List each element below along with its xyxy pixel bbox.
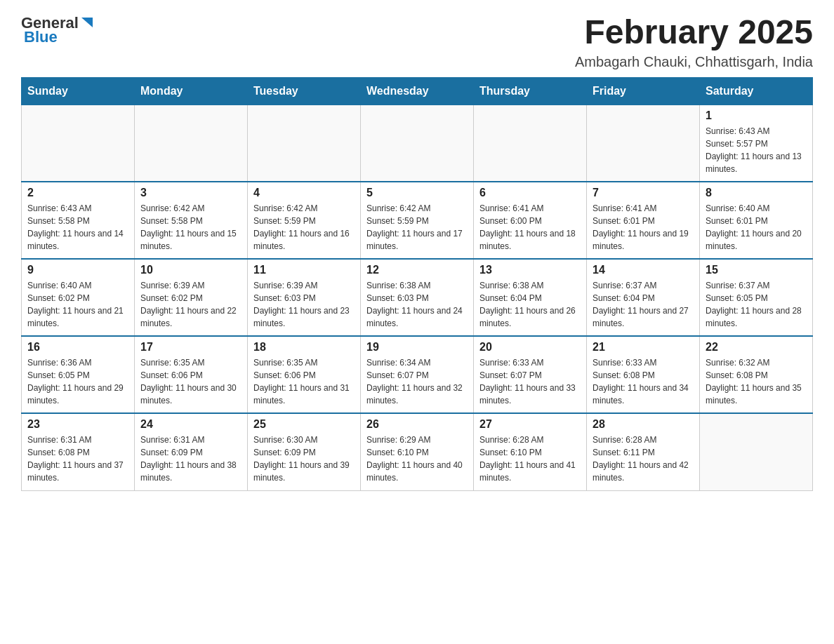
day-number: 3 — [140, 187, 241, 199]
weekday-header-saturday: Saturday — [700, 77, 813, 105]
weekday-header-row: SundayMondayTuesdayWednesdayThursdayFrid… — [22, 77, 813, 105]
calendar-cell — [587, 105, 700, 182]
day-number: 13 — [479, 264, 581, 276]
calendar-table: SundayMondayTuesdayWednesdayThursdayFrid… — [21, 77, 813, 491]
day-info: Sunrise: 6:42 AMSunset: 5:58 PMDaylight:… — [140, 202, 241, 253]
calendar-cell — [248, 105, 361, 182]
day-info: Sunrise: 6:40 AMSunset: 6:01 PMDaylight:… — [706, 202, 807, 253]
day-info: Sunrise: 6:30 AMSunset: 6:09 PMDaylight:… — [253, 434, 355, 484]
day-number: 18 — [253, 341, 355, 354]
calendar-cell: 14Sunrise: 6:37 AMSunset: 6:04 PMDayligh… — [587, 259, 700, 336]
calendar-cell: 15Sunrise: 6:37 AMSunset: 6:05 PMDayligh… — [700, 259, 813, 336]
logo: General Blue — [21, 14, 95, 46]
day-number: 16 — [27, 341, 128, 354]
day-number: 12 — [366, 264, 468, 276]
weekday-header-tuesday: Tuesday — [248, 77, 361, 105]
calendar-cell: 24Sunrise: 6:31 AMSunset: 6:09 PMDayligh… — [135, 413, 248, 490]
day-info: Sunrise: 6:39 AMSunset: 6:03 PMDaylight:… — [253, 279, 355, 330]
day-number: 25 — [253, 418, 355, 431]
day-number: 9 — [27, 264, 128, 276]
day-number: 14 — [593, 264, 694, 276]
calendar-cell: 23Sunrise: 6:31 AMSunset: 6:08 PMDayligh… — [22, 413, 135, 490]
day-number: 27 — [479, 418, 581, 431]
day-info: Sunrise: 6:40 AMSunset: 6:02 PMDaylight:… — [27, 279, 128, 330]
weekday-header-friday: Friday — [587, 77, 700, 105]
calendar-cell — [474, 105, 587, 182]
day-info: Sunrise: 6:39 AMSunset: 6:02 PMDaylight:… — [140, 279, 241, 330]
calendar-cell: 4Sunrise: 6:42 AMSunset: 5:59 PMDaylight… — [248, 182, 361, 259]
calendar-cell: 2Sunrise: 6:43 AMSunset: 5:58 PMDaylight… — [22, 182, 135, 259]
day-info: Sunrise: 6:42 AMSunset: 5:59 PMDaylight:… — [253, 202, 355, 253]
day-number: 17 — [140, 341, 241, 354]
day-info: Sunrise: 6:33 AMSunset: 6:07 PMDaylight:… — [479, 356, 581, 407]
calendar-cell: 3Sunrise: 6:42 AMSunset: 5:58 PMDaylight… — [135, 182, 248, 259]
day-number: 15 — [706, 264, 807, 276]
calendar-cell: 20Sunrise: 6:33 AMSunset: 6:07 PMDayligh… — [474, 336, 587, 413]
day-number: 5 — [366, 187, 468, 199]
logo-triangle-icon — [80, 15, 95, 30]
calendar-cell: 1Sunrise: 6:43 AMSunset: 5:57 PMDaylight… — [700, 105, 813, 182]
location-title: Ambagarh Chauki, Chhattisgarh, India — [575, 54, 813, 70]
day-info: Sunrise: 6:31 AMSunset: 6:09 PMDaylight:… — [140, 434, 241, 484]
day-info: Sunrise: 6:28 AMSunset: 6:11 PMDaylight:… — [593, 434, 694, 484]
day-info: Sunrise: 6:37 AMSunset: 6:05 PMDaylight:… — [706, 279, 807, 330]
day-number: 6 — [479, 187, 581, 199]
calendar-week-row: 9Sunrise: 6:40 AMSunset: 6:02 PMDaylight… — [22, 259, 813, 336]
day-number: 19 — [366, 341, 468, 354]
calendar-cell: 11Sunrise: 6:39 AMSunset: 6:03 PMDayligh… — [248, 259, 361, 336]
day-info: Sunrise: 6:31 AMSunset: 6:08 PMDaylight:… — [27, 434, 128, 484]
day-number: 20 — [479, 341, 581, 354]
calendar-cell — [22, 105, 135, 182]
day-info: Sunrise: 6:43 AMSunset: 5:57 PMDaylight:… — [706, 125, 807, 175]
svg-marker-0 — [81, 18, 93, 27]
day-info: Sunrise: 6:41 AMSunset: 6:00 PMDaylight:… — [479, 202, 581, 253]
day-number: 2 — [27, 187, 128, 199]
day-number: 23 — [27, 418, 128, 431]
day-number: 4 — [253, 187, 355, 199]
calendar-cell: 18Sunrise: 6:35 AMSunset: 6:06 PMDayligh… — [248, 336, 361, 413]
day-info: Sunrise: 6:36 AMSunset: 6:05 PMDaylight:… — [27, 356, 128, 407]
title-block: February 2025 Ambagarh Chauki, Chhattisg… — [575, 14, 813, 70]
calendar-cell: 22Sunrise: 6:32 AMSunset: 6:08 PMDayligh… — [700, 336, 813, 413]
calendar-cell: 8Sunrise: 6:40 AMSunset: 6:01 PMDaylight… — [700, 182, 813, 259]
day-number: 26 — [366, 418, 468, 431]
weekday-header-thursday: Thursday — [474, 77, 587, 105]
day-info: Sunrise: 6:29 AMSunset: 6:10 PMDaylight:… — [366, 434, 468, 484]
month-title: February 2025 — [575, 14, 813, 51]
day-info: Sunrise: 6:43 AMSunset: 5:58 PMDaylight:… — [27, 202, 128, 253]
calendar-cell — [135, 105, 248, 182]
day-info: Sunrise: 6:41 AMSunset: 6:01 PMDaylight:… — [593, 202, 694, 253]
calendar-cell: 10Sunrise: 6:39 AMSunset: 6:02 PMDayligh… — [135, 259, 248, 336]
calendar-cell: 19Sunrise: 6:34 AMSunset: 6:07 PMDayligh… — [361, 336, 474, 413]
day-info: Sunrise: 6:35 AMSunset: 6:06 PMDaylight:… — [253, 356, 355, 407]
day-number: 1 — [706, 109, 807, 122]
calendar-week-row: 16Sunrise: 6:36 AMSunset: 6:05 PMDayligh… — [22, 336, 813, 413]
calendar-cell: 12Sunrise: 6:38 AMSunset: 6:03 PMDayligh… — [361, 259, 474, 336]
calendar-cell: 13Sunrise: 6:38 AMSunset: 6:04 PMDayligh… — [474, 259, 587, 336]
calendar-cell: 17Sunrise: 6:35 AMSunset: 6:06 PMDayligh… — [135, 336, 248, 413]
day-info: Sunrise: 6:28 AMSunset: 6:10 PMDaylight:… — [479, 434, 581, 484]
calendar-cell: 27Sunrise: 6:28 AMSunset: 6:10 PMDayligh… — [474, 413, 587, 490]
calendar-cell: 16Sunrise: 6:36 AMSunset: 6:05 PMDayligh… — [22, 336, 135, 413]
weekday-header-monday: Monday — [135, 77, 248, 105]
calendar-cell: 26Sunrise: 6:29 AMSunset: 6:10 PMDayligh… — [361, 413, 474, 490]
day-number: 24 — [140, 418, 241, 431]
day-number: 8 — [706, 187, 807, 199]
day-info: Sunrise: 6:33 AMSunset: 6:08 PMDaylight:… — [593, 356, 694, 407]
weekday-header-sunday: Sunday — [22, 77, 135, 105]
calendar-week-row: 1Sunrise: 6:43 AMSunset: 5:57 PMDaylight… — [22, 105, 813, 182]
calendar-cell: 25Sunrise: 6:30 AMSunset: 6:09 PMDayligh… — [248, 413, 361, 490]
calendar-week-row: 23Sunrise: 6:31 AMSunset: 6:08 PMDayligh… — [22, 413, 813, 490]
day-number: 21 — [593, 341, 694, 354]
day-number: 10 — [140, 264, 241, 276]
day-info: Sunrise: 6:35 AMSunset: 6:06 PMDaylight:… — [140, 356, 241, 407]
logo-blue-text: Blue — [24, 28, 58, 46]
day-info: Sunrise: 6:42 AMSunset: 5:59 PMDaylight:… — [366, 202, 468, 253]
day-number: 22 — [706, 341, 807, 354]
day-info: Sunrise: 6:38 AMSunset: 6:04 PMDaylight:… — [479, 279, 581, 330]
day-info: Sunrise: 6:34 AMSunset: 6:07 PMDaylight:… — [366, 356, 468, 407]
page-header: General Blue February 2025 Ambagarh Chau… — [21, 14, 813, 70]
calendar-cell — [700, 413, 813, 490]
day-number: 11 — [253, 264, 355, 276]
day-info: Sunrise: 6:32 AMSunset: 6:08 PMDaylight:… — [706, 356, 807, 407]
